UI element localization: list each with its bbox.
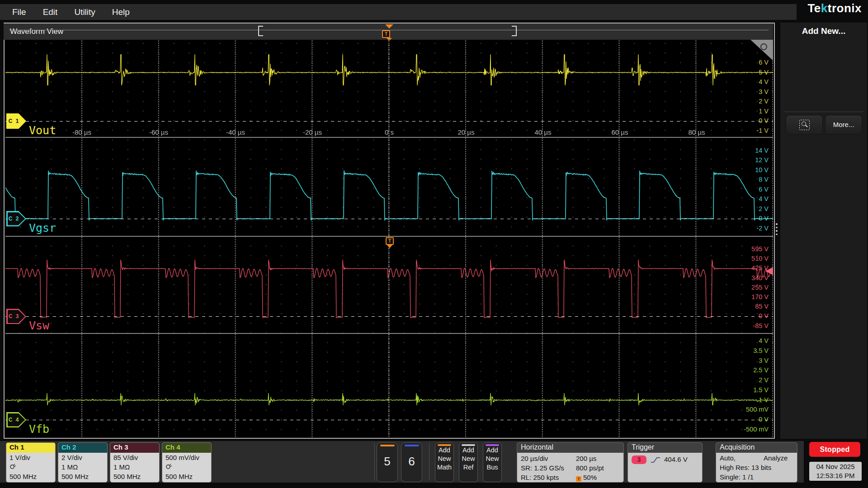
channel-card-ch4[interactable]: Ch 4500 mV/div500 MHz	[162, 442, 212, 483]
voltage-label: 1 V	[759, 108, 769, 115]
oscilloscope-screen: FileEditUtilityHelp Tektronix Waveform V…	[0, 0, 868, 488]
trigger-position-icon: T	[576, 476, 581, 482]
datetime-display: 04 Nov 2025 12:53:16 PM	[809, 462, 862, 481]
voltage-label: 255 V	[751, 284, 769, 291]
channel-scale: 85 V/div	[110, 453, 159, 462]
probe-icon	[9, 463, 17, 469]
channel-separator	[5, 137, 773, 138]
add-new-label-line: New	[459, 455, 477, 463]
channel-separator	[5, 333, 773, 334]
acquisition-single: Single: 1 /1	[720, 473, 754, 481]
time-label: -80 µs	[72, 128, 91, 136]
menu-item-help[interactable]: Help	[112, 7, 130, 17]
voltage-label: -1 V	[756, 127, 769, 134]
trigger-panel-title: Trigger	[628, 443, 702, 453]
time-text: 12:53:16 PM	[809, 471, 862, 480]
voltage-label: 0 V	[759, 215, 769, 222]
channel-badge-c2[interactable]: C 2	[6, 211, 26, 226]
voltage-label: 595 V	[751, 245, 769, 253]
record-view-bracket-left[interactable]	[258, 26, 263, 36]
plot-area[interactable]: 8 V6 V5 V4 V3 V2 V1 V0 V-1 VC 1Vout14 V1…	[5, 40, 773, 437]
channel-name-label-c1: Vout	[29, 124, 56, 137]
voltage-label: 4 V	[759, 195, 769, 202]
acquisition-mode: Auto,	[720, 454, 736, 462]
voltage-label: 1 V	[759, 396, 769, 404]
voltage-label: 500 mV	[746, 406, 769, 413]
trigger-position-flag-icon[interactable]: T	[382, 30, 390, 38]
voltage-label: 0 V	[759, 117, 769, 124]
scope-badge-colorbar	[405, 445, 419, 446]
sidebar-divider	[784, 112, 863, 112]
trigger-panel[interactable]: Trigger 3 404.6 V	[627, 442, 703, 483]
channel-bandwidth: 500 MHz	[110, 472, 159, 481]
channel-coupling	[162, 462, 211, 472]
time-label: 0 s	[385, 128, 394, 136]
scope-badge-5[interactable]: 5	[377, 442, 398, 482]
add-new-label-line: New	[435, 455, 453, 463]
pane-drag-handle[interactable]	[776, 223, 778, 237]
trigger-source-flag-tail-icon	[387, 245, 392, 248]
time-label: 60 µs	[612, 128, 628, 136]
channel-card-ch1[interactable]: Ch 11 V/div500 MHz	[6, 442, 56, 483]
channel-badge-c3[interactable]: C 3	[6, 309, 26, 324]
add-new-label-line: Add	[435, 446, 453, 455]
add-new-bus-button[interactable]: AddNewBus	[483, 442, 502, 482]
menu-item-utility[interactable]: Utility	[74, 7, 95, 17]
add-new-label-line: Math	[435, 463, 453, 472]
channel-card-ch3[interactable]: Ch 385 V/div1 MΩ500 MHz	[110, 442, 160, 483]
channel-coupling	[6, 462, 55, 472]
channel-scale: 1 V/div	[6, 453, 55, 462]
run-stop-status-badge[interactable]: Stopped	[809, 442, 860, 457]
channel-badge-label: C 1	[6, 113, 22, 129]
channel-separator	[5, 236, 773, 237]
voltage-label: 0 V	[759, 312, 769, 319]
trigger-level-value: 404.6 V	[664, 455, 688, 463]
magnifier-icon	[760, 43, 767, 50]
zoom-select-icon	[799, 120, 810, 130]
voltage-label: 2 V	[759, 376, 769, 384]
channel-coupling: 1 MΩ	[58, 462, 107, 472]
add-new-label-line: Bus	[483, 463, 501, 472]
time-label: -40 µs	[226, 128, 245, 136]
channel-badge-c1[interactable]: C 1	[6, 113, 26, 129]
add-new-math-button[interactable]: AddNewMath	[435, 442, 454, 482]
time-label: 40 µs	[535, 128, 552, 136]
acquisition-panel[interactable]: Acquisition Auto, Analyze High Res: 13 b…	[716, 442, 797, 483]
scope-badge-number: 6	[401, 455, 422, 469]
trigger-level-arrow-icon[interactable]	[765, 267, 773, 275]
acquisition-highres: High Res: 13 bits	[720, 464, 771, 471]
channel-badge-c4[interactable]: C 4	[6, 412, 26, 427]
scope-badge-number: 5	[377, 455, 397, 469]
channel-badge-label: C 3	[6, 309, 22, 324]
voltage-label: 1.5 V	[753, 386, 769, 394]
scope-badge-6[interactable]: 6	[401, 442, 422, 482]
window-duration: 200 µs	[576, 455, 596, 462]
add-new-label-line: Add	[483, 446, 501, 455]
voltage-label: 4 V	[759, 337, 769, 344]
time-label: -20 µs	[303, 128, 322, 136]
zoom-select-button[interactable]	[786, 115, 823, 135]
menu-item-edit[interactable]: Edit	[43, 7, 58, 17]
horizontal-panel[interactable]: Horizontal 20 µs/div SR: 1.25 GS/s RL: 2…	[517, 442, 624, 483]
more-button[interactable]: More...	[825, 115, 862, 135]
resolution: 800 ps/pt	[576, 464, 604, 472]
trigger-source-flag-icon[interactable]: T	[386, 237, 394, 245]
voltage-label: 6 V	[759, 186, 769, 193]
trigger-source-badge: 3	[632, 455, 646, 464]
acquisition-panel-title: Acquisition	[716, 443, 797, 453]
voltage-label: 170 V	[751, 293, 769, 300]
menu-item-file[interactable]: File	[12, 7, 26, 17]
channel-scale: 500 mV/div	[162, 453, 211, 462]
voltage-label: -2 V	[756, 225, 769, 232]
record-view-bracket-right[interactable]	[512, 26, 517, 36]
voltage-label: 3 V	[759, 88, 769, 95]
voltage-label: 2.5 V	[753, 366, 769, 374]
channel-name-label-c4: Vfb	[29, 422, 49, 436]
add-new-ref-button[interactable]: AddNewRef	[459, 442, 478, 482]
acquisition-analyze: Analyze	[764, 454, 788, 462]
channel-card-ch2[interactable]: Ch 22 V/div1 MΩ500 MHz	[58, 442, 108, 483]
time-label: 80 µs	[689, 128, 705, 136]
trigger-position-marker-icon[interactable]	[385, 24, 393, 28]
channel-badge-label: C 2	[6, 211, 22, 226]
voltage-label: 3 V	[759, 357, 769, 364]
